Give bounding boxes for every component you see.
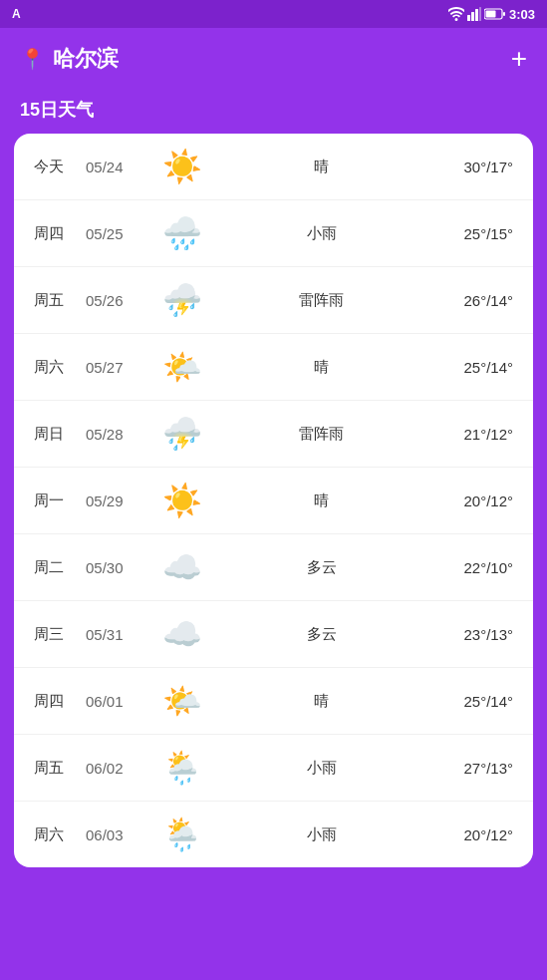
condition-label: 小雨 [209, 224, 433, 243]
status-time: 3:03 [509, 7, 535, 22]
weather-icon: 🌦️ [155, 816, 209, 853]
status-bar: A 3:03 [0, 0, 547, 28]
date-label: 05/25 [86, 225, 155, 242]
day-label: 周四 [34, 692, 86, 711]
status-icons: 3:03 [448, 7, 535, 22]
temp-label: 22°/10° [433, 559, 513, 576]
day-label: 周五 [34, 759, 86, 778]
temp-label: 20°/12° [433, 826, 513, 843]
date-label: 05/31 [86, 626, 155, 643]
weather-icon: ☁️ [155, 615, 209, 653]
weather-row[interactable]: 周二 05/30 ☁️ 多云 22°/10° [14, 534, 533, 601]
weather-row[interactable]: 周一 05/29 ☀️ 晴 20°/12° [14, 468, 533, 534]
weather-row[interactable]: 周四 05/25 🌧️ 小雨 25°/15° [14, 200, 533, 267]
day-label: 周六 [34, 825, 86, 844]
day-label: 周一 [34, 491, 86, 510]
add-city-button[interactable]: + [511, 45, 527, 73]
svg-rect-1 [471, 12, 474, 21]
condition-label: 多云 [209, 625, 433, 644]
svg-rect-0 [467, 15, 470, 21]
condition-label: 多云 [209, 558, 433, 577]
temp-label: 20°/12° [433, 492, 513, 509]
condition-label: 小雨 [209, 759, 433, 778]
condition-label: 雷阵雨 [209, 425, 433, 444]
svg-rect-6 [503, 12, 505, 16]
weather-card-container: 今天 05/24 ☀️ 晴 30°/17° 周四 05/25 🌧️ 小雨 25°… [0, 134, 547, 867]
weather-icon: ☁️ [155, 548, 209, 586]
date-label: 06/01 [86, 693, 155, 710]
svg-rect-3 [479, 7, 481, 21]
svg-rect-2 [475, 9, 478, 21]
status-app-label: A [12, 7, 21, 21]
weather-icon: 🌤️ [155, 682, 209, 720]
weather-row[interactable]: 周六 05/27 🌤️ 晴 25°/14° [14, 334, 533, 401]
weather-card: 今天 05/24 ☀️ 晴 30°/17° 周四 05/25 🌧️ 小雨 25°… [14, 134, 533, 867]
weather-icon: ☀️ [155, 482, 209, 519]
day-label: 今天 [34, 158, 86, 176]
svg-rect-5 [485, 11, 495, 18]
weather-icon: ⛈️ [155, 281, 209, 319]
date-label: 05/29 [86, 492, 155, 509]
day-label: 周二 [34, 558, 86, 577]
day-label: 周四 [34, 224, 86, 243]
battery-icon [484, 8, 506, 20]
condition-label: 晴 [209, 491, 433, 510]
weather-icon: 🌤️ [155, 348, 209, 386]
date-label: 06/03 [86, 826, 155, 843]
signal-icon [467, 7, 481, 21]
weather-row[interactable]: 周六 06/03 🌦️ 小雨 20°/12° [14, 802, 533, 867]
header-left: 📍 哈尔滨 [20, 44, 119, 74]
temp-label: 25°/14° [433, 693, 513, 710]
weather-row[interactable]: 周四 06/01 🌤️ 晴 25°/14° [14, 668, 533, 735]
weather-icon: ☀️ [155, 148, 209, 185]
day-label: 周日 [34, 425, 86, 444]
weather-row[interactable]: 周三 05/31 ☁️ 多云 23°/13° [14, 601, 533, 668]
date-label: 05/28 [86, 426, 155, 443]
weather-row[interactable]: 周五 05/26 ⛈️ 雷阵雨 26°/14° [14, 267, 533, 334]
condition-label: 晴 [209, 158, 433, 176]
condition-label: 晴 [209, 692, 433, 711]
temp-label: 27°/13° [433, 760, 513, 777]
weather-row[interactable]: 周日 05/28 ⛈️ 雷阵雨 21°/12° [14, 401, 533, 468]
temp-label: 21°/12° [433, 426, 513, 443]
weather-icon: 🌧️ [155, 214, 209, 252]
temp-label: 25°/14° [433, 359, 513, 376]
city-name: 哈尔滨 [53, 44, 119, 74]
weather-icon: ⛈️ [155, 415, 209, 453]
date-label: 06/02 [86, 760, 155, 777]
day-label: 周五 [34, 291, 86, 310]
date-label: 05/30 [86, 559, 155, 576]
condition-label: 雷阵雨 [209, 291, 433, 310]
date-label: 05/27 [86, 359, 155, 376]
date-label: 05/24 [86, 159, 155, 175]
weather-row[interactable]: 今天 05/24 ☀️ 晴 30°/17° [14, 134, 533, 200]
temp-label: 26°/14° [433, 292, 513, 309]
location-icon: 📍 [20, 47, 45, 71]
weather-row[interactable]: 周五 06/02 🌦️ 小雨 27°/13° [14, 735, 533, 802]
wifi-icon [448, 7, 464, 21]
temp-label: 23°/13° [433, 626, 513, 643]
day-label: 周六 [34, 358, 86, 377]
day-label: 周三 [34, 625, 86, 644]
app-header: 📍 哈尔滨 + [0, 28, 547, 90]
temp-label: 30°/17° [433, 159, 513, 175]
condition-label: 晴 [209, 358, 433, 377]
condition-label: 小雨 [209, 825, 433, 844]
section-title: 15日天气 [0, 90, 547, 134]
weather-icon: 🌦️ [155, 749, 209, 787]
temp-label: 25°/15° [433, 225, 513, 242]
date-label: 05/26 [86, 292, 155, 309]
